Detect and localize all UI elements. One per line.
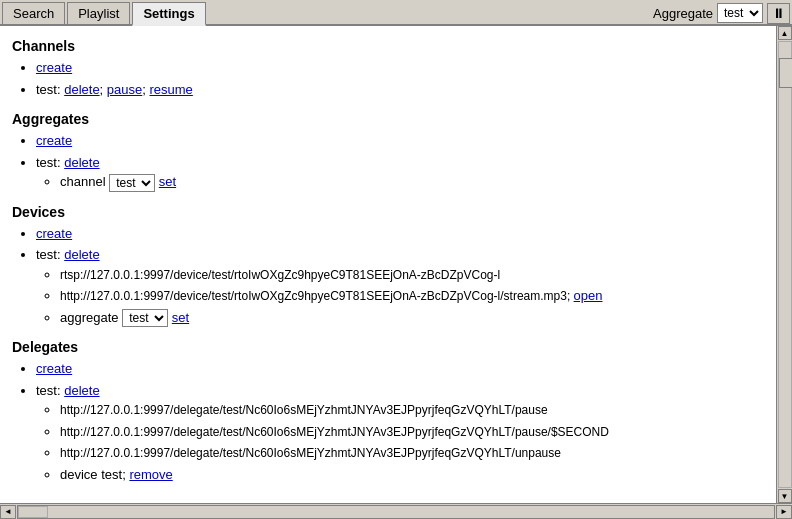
devices-create-item: create [36, 224, 764, 244]
channels-create-item: create [36, 58, 764, 78]
channels-list: create test: delete; pause; resume [12, 58, 764, 99]
devices-rtsp-text: rtsp://127.0.0.1:9997/device/test/rtoIwO… [60, 268, 500, 282]
devices-sub-list: rtsp://127.0.0.1:9997/device/test/rtoIwO… [36, 265, 764, 328]
aggregates-test-item: test: delete channel test set [36, 153, 764, 192]
sep1: ; [100, 82, 107, 97]
devices-heading: Devices [12, 204, 764, 220]
channels-create-link[interactable]: create [36, 60, 72, 75]
delegates-pause-second-url: http://127.0.0.1:9997/delegate/test/Nc60… [60, 422, 764, 442]
delegates-device-text: device test; [60, 467, 129, 482]
delegates-remove-link[interactable]: remove [129, 467, 172, 482]
channels-test-prefix: test: [36, 82, 64, 97]
delegates-sub-list: http://127.0.0.1:9997/delegate/test/Nc60… [36, 400, 764, 484]
devices-create-link[interactable]: create [36, 226, 72, 241]
channels-resume-link[interactable]: resume [150, 82, 193, 97]
delegates-create-item: create [36, 359, 764, 379]
aggregates-delete-link[interactable]: delete [64, 155, 99, 170]
scrollbar-right: ▲ ▼ [776, 26, 792, 503]
aggregates-heading: Aggregates [12, 111, 764, 127]
devices-list: create test: delete rtsp://127.0.0.1:999… [12, 224, 764, 328]
scroll-bottom-thumb[interactable] [18, 506, 48, 518]
channels-pause-link[interactable]: pause [107, 82, 142, 97]
devices-test-item: test: delete rtsp://127.0.0.1:9997/devic… [36, 245, 764, 327]
tab-bar: Search Playlist Settings Aggregate test … [0, 0, 792, 26]
devices-aggregate-select[interactable]: test [122, 309, 168, 327]
delegates-unpause-url: http://127.0.0.1:9997/delegate/test/Nc60… [60, 443, 764, 463]
aggregates-channel-set-link[interactable]: set [159, 174, 176, 189]
devices-http-text: http://127.0.0.1:9997/device/test/rtoIwO… [60, 289, 574, 303]
tab-playlist[interactable]: Playlist [67, 2, 130, 24]
devices-http-url: http://127.0.0.1:9997/device/test/rtoIwO… [60, 286, 764, 306]
aggregates-create-link[interactable]: create [36, 133, 72, 148]
aggregates-list: create test: delete channel test set [12, 131, 764, 192]
channels-test-item: test: delete; pause; resume [36, 80, 764, 100]
delegates-pause-second-text: http://127.0.0.1:9997/delegate/test/Nc60… [60, 425, 609, 439]
scroll-track [778, 41, 792, 488]
content-area: Channels create test: delete; pause; res… [0, 26, 776, 503]
aggregates-channel-select[interactable]: test [109, 174, 155, 192]
channels-heading: Channels [12, 38, 764, 54]
aggregates-sub-list: channel test set [36, 172, 764, 192]
delegates-test-item: test: delete http://127.0.0.1:9997/deleg… [36, 381, 764, 485]
devices-delete-link[interactable]: delete [64, 247, 99, 262]
devices-aggregate-item: aggregate test set [60, 308, 764, 328]
scroll-bottom-track [17, 505, 775, 519]
devices-open-link[interactable]: open [574, 288, 603, 303]
devices-aggregate-label: aggregate [60, 310, 122, 325]
scroll-down-arrow[interactable]: ▼ [778, 489, 792, 503]
scrollbar-bottom: ◄ ► [0, 503, 792, 519]
devices-rtsp-url: rtsp://127.0.0.1:9997/device/test/rtoIwO… [60, 265, 764, 285]
delegates-delete-link[interactable]: delete [64, 383, 99, 398]
main-area: Channels create test: delete; pause; res… [0, 26, 792, 503]
sep2: ; [142, 82, 149, 97]
delegates-test-prefix: test: [36, 383, 64, 398]
tab-search[interactable]: Search [2, 2, 65, 24]
scroll-right-arrow[interactable]: ► [776, 505, 792, 519]
devices-test-prefix: test: [36, 247, 64, 262]
scroll-left-arrow[interactable]: ◄ [0, 505, 16, 519]
scroll-up-arrow[interactable]: ▲ [778, 26, 792, 40]
aggregate-select[interactable]: test [717, 3, 763, 23]
delegates-list: create test: delete http://127.0.0.1:999… [12, 359, 764, 484]
delegates-create-link[interactable]: create [36, 361, 72, 376]
tab-settings[interactable]: Settings [132, 2, 205, 26]
devices-aggregate-set-link[interactable]: set [172, 310, 189, 325]
scroll-thumb[interactable] [779, 58, 793, 88]
aggregates-test-prefix: test: [36, 155, 64, 170]
aggregates-channel-item: channel test set [60, 172, 764, 192]
channels-delete-link[interactable]: delete [64, 82, 99, 97]
delegates-heading: Delegates [12, 339, 764, 355]
delegates-pause-text: http://127.0.0.1:9997/delegate/test/Nc60… [60, 403, 548, 417]
aggregate-label: Aggregate [653, 6, 713, 21]
aggregates-channel-label: channel [60, 174, 109, 189]
delegates-unpause-text: http://127.0.0.1:9997/delegate/test/Nc60… [60, 446, 561, 460]
delegates-device-item: device test; remove [60, 465, 764, 485]
delegates-pause-url: http://127.0.0.1:9997/delegate/test/Nc60… [60, 400, 764, 420]
pause-icon-button[interactable]: ⏸ [767, 3, 790, 24]
aggregates-create-item: create [36, 131, 764, 151]
